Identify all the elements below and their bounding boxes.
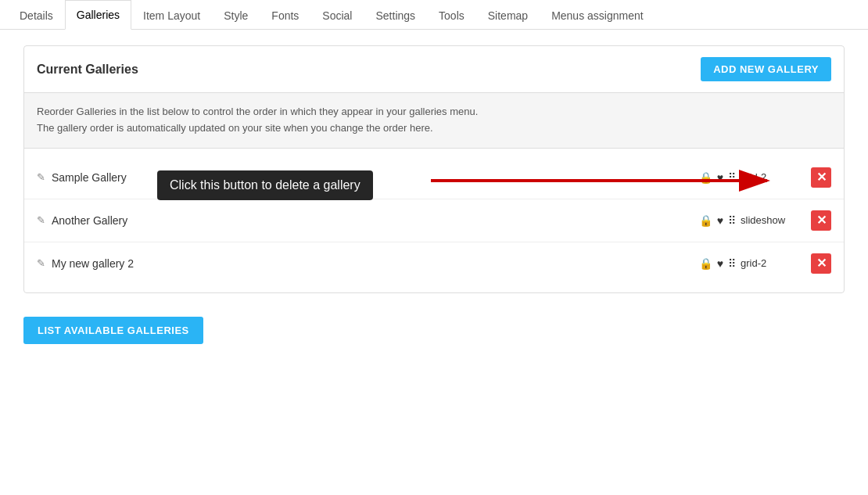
tab-galleries[interactable]: Galleries: [65, 0, 131, 30]
info-line2: The gallery order is automatically updat…: [37, 120, 831, 137]
gallery-list: ✎ Sample Gallery 🔒 ♥ ⠿ grid-2 Click this…: [24, 149, 844, 292]
tab-bar: Details Galleries Item Layout Style Font…: [0, 0, 868, 30]
list-available-galleries-button[interactable]: LIST AVAILABLE GALLERIES: [23, 317, 203, 344]
tab-sitemap[interactable]: Sitemap: [476, 1, 540, 30]
lock-icon[interactable]: 🔒: [699, 171, 712, 184]
galleries-header: Current Galleries ADD NEW GALLERY: [24, 46, 844, 93]
tab-menus-assignment[interactable]: Menus assignment: [540, 1, 655, 30]
section-title: Current Galleries: [37, 63, 138, 77]
tooltip-container: Click this button to delete a gallery: [157, 170, 373, 200]
tab-social[interactable]: Social: [310, 1, 364, 30]
edit-icon[interactable]: ✎: [37, 171, 45, 183]
gallery-item: ✎ My new gallery 2 🔒 ♥ ⠿ grid-2 ✕: [24, 242, 844, 285]
gallery-item: ✎ Another Gallery 🔒 ♥ ⠿ slideshow ✕: [24, 199, 844, 242]
grid-icon[interactable]: ⠿: [728, 214, 736, 227]
tooltip-box: Click this button to delete a gallery: [157, 170, 373, 200]
current-galleries-panel: Current Galleries ADD NEW GALLERY Reorde…: [23, 45, 845, 293]
gallery-icons: 🔒 ♥ ⠿ grid-2: [699, 171, 795, 184]
tab-details[interactable]: Details: [8, 1, 65, 30]
delete-gallery-button-2[interactable]: ✕: [811, 210, 831, 231]
gallery-type: grid-2: [741, 257, 795, 269]
tab-style[interactable]: Style: [212, 1, 260, 30]
lock-icon[interactable]: 🔒: [699, 257, 712, 270]
gallery-item: ✎ Sample Gallery 🔒 ♥ ⠿ grid-2 Click this…: [24, 156, 844, 199]
edit-icon[interactable]: ✎: [37, 257, 45, 269]
delete-gallery-button-3[interactable]: ✕: [811, 253, 831, 274]
main-content: Current Galleries ADD NEW GALLERY Reorde…: [0, 30, 868, 360]
gallery-type: slideshow: [741, 214, 795, 226]
info-line1: Reorder Galleries in the list below to c…: [37, 104, 831, 120]
info-box: Reorder Galleries in the list below to c…: [24, 93, 844, 149]
tab-settings[interactable]: Settings: [364, 1, 427, 30]
gallery-name: My new gallery 2: [52, 257, 699, 270]
gallery-icons: 🔒 ♥ ⠿ slideshow: [699, 214, 795, 227]
add-new-gallery-button[interactable]: ADD NEW GALLERY: [701, 57, 831, 81]
grid-icon[interactable]: ⠿: [728, 171, 736, 184]
grid-icon[interactable]: ⠿: [728, 257, 736, 270]
gallery-name: Another Gallery: [52, 214, 699, 227]
gallery-icons: 🔒 ♥ ⠿ grid-2: [699, 257, 795, 270]
gallery-name: Sample Gallery: [52, 171, 699, 184]
gallery-type: grid-2: [741, 171, 795, 183]
heart-icon[interactable]: ♥: [717, 171, 723, 184]
tab-fonts[interactable]: Fonts: [260, 1, 310, 30]
tab-tools[interactable]: Tools: [427, 1, 476, 30]
heart-icon[interactable]: ♥: [717, 257, 723, 270]
heart-icon[interactable]: ♥: [717, 214, 723, 227]
lock-icon[interactable]: 🔒: [699, 214, 712, 227]
tab-item-layout[interactable]: Item Layout: [131, 1, 212, 30]
delete-gallery-button-1[interactable]: ✕: [811, 167, 831, 188]
edit-icon[interactable]: ✎: [37, 214, 45, 226]
